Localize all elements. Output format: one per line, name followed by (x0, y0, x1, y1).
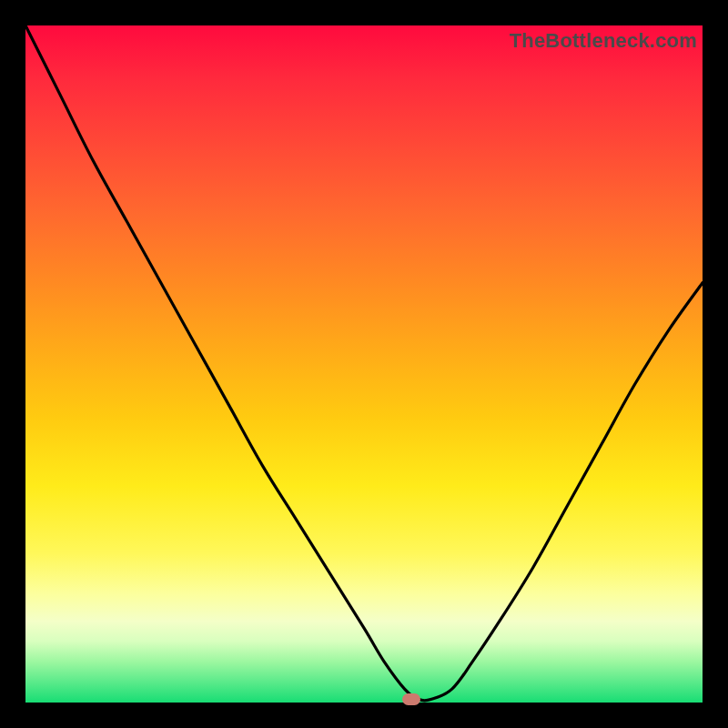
optimal-point-marker (402, 693, 420, 705)
plot-area: TheBottleneck.com (25, 25, 703, 703)
chart-frame: TheBottleneck.com (0, 0, 728, 728)
curve-path (25, 25, 703, 701)
bottleneck-curve (25, 25, 703, 703)
